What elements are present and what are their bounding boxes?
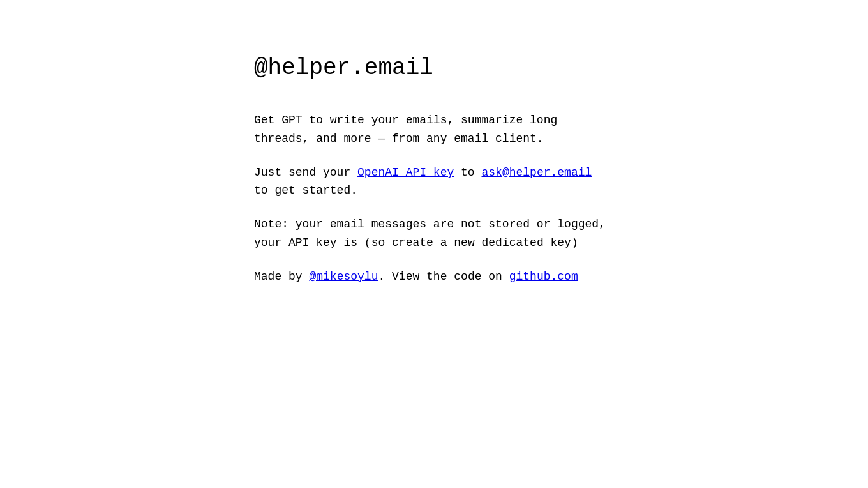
note-underline: is bbox=[343, 236, 357, 249]
paragraph-note: Note: your email messages are not stored… bbox=[254, 215, 611, 252]
intro-text: Get GPT to write your emails, summarize … bbox=[254, 114, 557, 145]
api-key-prefix: Just send your bbox=[254, 166, 357, 179]
made-by-middle: . View the code on bbox=[378, 270, 509, 283]
note-suffix: (so create a new dedicated key) bbox=[357, 236, 578, 249]
main-container: @helper.email Get GPT to write your emai… bbox=[0, 0, 613, 286]
github-link[interactable]: github.com bbox=[509, 270, 578, 283]
ask-helper-email-link[interactable]: ask@helper.email bbox=[481, 166, 592, 179]
page-title: @helper.email bbox=[254, 51, 613, 86]
api-key-middle: to bbox=[454, 166, 481, 179]
mikesoylu-link[interactable]: @mikesoylu bbox=[309, 270, 378, 283]
paragraph-made-by: Made by @mikesoylu. View the code on git… bbox=[254, 268, 611, 286]
paragraph-intro: Get GPT to write your emails, summarize … bbox=[254, 111, 611, 148]
paragraph-api-key: Just send your OpenAI API key to ask@hel… bbox=[254, 164, 611, 201]
api-key-suffix: to get started. bbox=[254, 184, 357, 197]
made-by-prefix: Made by bbox=[254, 270, 309, 283]
openai-api-key-link[interactable]: OpenAI API key bbox=[357, 166, 454, 179]
